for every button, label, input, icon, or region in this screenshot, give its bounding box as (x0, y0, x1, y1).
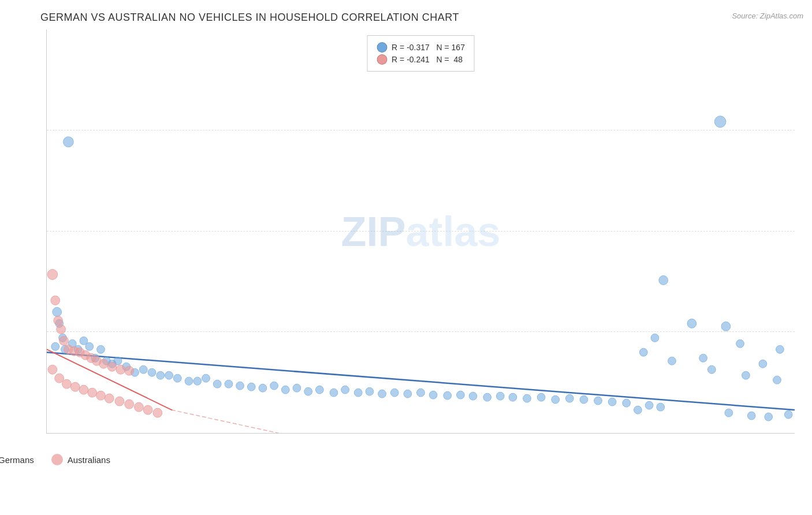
svg-point-8 (736, 339, 744, 348)
svg-point-17 (773, 376, 781, 384)
svg-point-4 (714, 116, 726, 128)
svg-point-101 (79, 385, 88, 394)
svg-point-82 (47, 269, 58, 279)
svg-point-35 (148, 368, 156, 376)
svg-point-48 (281, 386, 289, 394)
svg-point-103 (96, 391, 106, 400)
scatter-svg (47, 29, 795, 433)
svg-point-40 (193, 377, 202, 385)
svg-point-39 (185, 377, 193, 385)
svg-point-100 (70, 382, 80, 391)
svg-point-58 (404, 390, 412, 398)
svg-point-69 (552, 395, 560, 404)
svg-point-78 (725, 409, 733, 417)
svg-point-43 (225, 380, 233, 388)
svg-point-26 (85, 342, 94, 350)
svg-point-68 (537, 393, 545, 401)
svg-point-11 (639, 348, 647, 356)
svg-point-74 (623, 399, 631, 407)
svg-point-95 (116, 365, 125, 374)
german-bottom-label: Germans (0, 455, 34, 465)
svg-point-64 (483, 393, 491, 401)
source-label: Source: ZipAtlas.com (732, 12, 803, 20)
svg-point-71 (580, 395, 588, 404)
svg-point-107 (135, 402, 144, 412)
svg-point-86 (59, 336, 69, 345)
svg-point-65 (496, 392, 504, 400)
chart-container: GERMAN VS AUSTRALIAN NO VEHICLES IN HOUS… (0, 0, 812, 515)
svg-point-54 (354, 389, 362, 397)
svg-point-47 (270, 382, 278, 390)
svg-point-108 (143, 405, 152, 415)
svg-point-59 (417, 389, 425, 397)
svg-line-2 (172, 410, 331, 433)
svg-point-73 (608, 398, 616, 406)
svg-point-7 (687, 319, 696, 328)
svg-point-18 (53, 307, 62, 316)
svg-point-16 (742, 371, 750, 379)
svg-point-60 (429, 391, 437, 399)
svg-point-85 (57, 324, 66, 334)
svg-point-14 (668, 357, 676, 365)
svg-point-76 (645, 401, 653, 409)
svg-point-53 (341, 386, 349, 394)
svg-point-79 (747, 412, 755, 420)
svg-point-104 (105, 394, 114, 403)
svg-point-45 (247, 383, 255, 391)
svg-point-75 (634, 406, 642, 414)
svg-point-37 (165, 371, 173, 379)
svg-point-66 (509, 393, 517, 401)
svg-point-9 (651, 334, 659, 342)
svg-point-83 (51, 296, 60, 305)
svg-point-94 (107, 362, 117, 371)
svg-point-84 (54, 316, 63, 325)
chart-area: No Vehicles in Household 30.0% 20.0% 10.… (46, 29, 795, 468)
svg-point-38 (173, 374, 181, 382)
svg-point-50 (304, 387, 312, 395)
svg-point-77 (657, 403, 665, 411)
legend-item-german: Germans (0, 454, 34, 465)
svg-point-12 (699, 354, 707, 362)
svg-point-106 (125, 400, 134, 409)
svg-point-93 (99, 359, 109, 368)
svg-point-13 (759, 360, 767, 368)
bottom-legend: Germans Australians (0, 454, 420, 465)
svg-point-10 (776, 345, 784, 353)
svg-point-21 (51, 342, 59, 350)
svg-point-63 (469, 392, 477, 400)
svg-point-34 (139, 365, 147, 374)
svg-point-61 (444, 391, 452, 400)
chart-title: GERMAN VS AUSTRALIAN NO VEHICLES IN HOUS… (6, 12, 806, 24)
svg-point-28 (97, 345, 105, 353)
svg-point-96 (125, 366, 134, 375)
svg-point-81 (765, 413, 773, 421)
svg-point-57 (390, 389, 398, 397)
svg-point-98 (55, 374, 64, 383)
svg-point-6 (721, 322, 731, 331)
plot-area: 30.0% 20.0% 10.0% 40.0% ZIPatlas R = -0.… (46, 29, 795, 434)
svg-point-41 (202, 374, 210, 382)
svg-point-72 (594, 397, 602, 405)
svg-point-44 (236, 382, 244, 390)
svg-point-109 (153, 408, 162, 417)
legend-item-australian: Australians (51, 454, 110, 465)
australian-bottom-swatch (51, 454, 63, 465)
svg-point-62 (456, 391, 464, 399)
svg-point-36 (157, 371, 165, 379)
svg-point-52 (330, 389, 338, 397)
svg-point-51 (315, 386, 323, 394)
svg-point-5 (659, 275, 668, 285)
svg-point-42 (213, 380, 221, 388)
svg-line-0 (47, 352, 795, 410)
svg-point-99 (62, 379, 72, 389)
svg-point-67 (523, 394, 531, 402)
svg-point-70 (565, 394, 573, 402)
svg-point-55 (366, 387, 374, 395)
svg-point-3 (64, 137, 74, 147)
svg-point-56 (378, 390, 386, 398)
svg-point-105 (115, 397, 124, 406)
svg-point-46 (259, 384, 267, 392)
svg-point-49 (293, 384, 301, 392)
svg-point-15 (707, 365, 716, 374)
svg-point-80 (784, 410, 792, 419)
